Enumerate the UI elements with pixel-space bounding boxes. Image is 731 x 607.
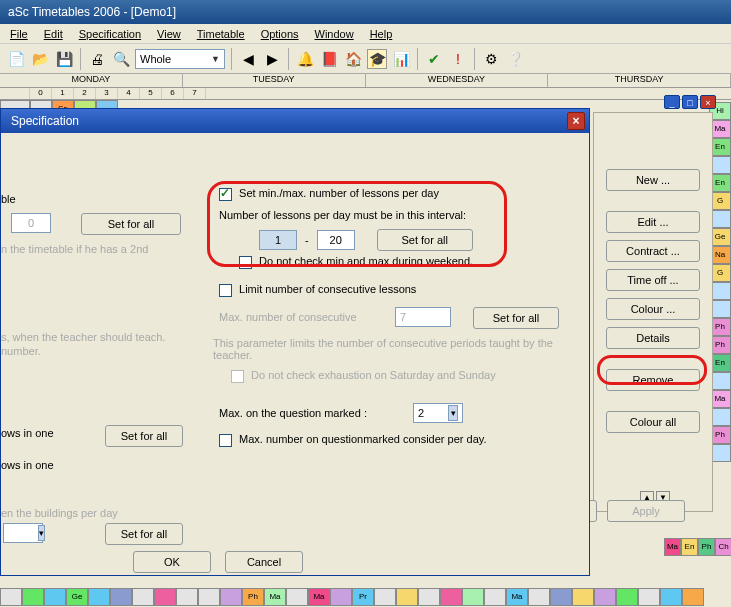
chart-icon[interactable]: 📊 xyxy=(391,49,411,69)
buildings-select[interactable]: ▾ xyxy=(3,523,43,543)
grid-cell[interactable]: Pr xyxy=(352,588,374,606)
grid-cell[interactable]: Ph xyxy=(242,588,264,606)
max-input[interactable]: 20 xyxy=(317,230,355,250)
grid-cell[interactable] xyxy=(616,588,638,606)
gear-icon[interactable]: ⚙ xyxy=(481,49,501,69)
grid-cell[interactable] xyxy=(286,588,308,606)
setforall-button[interactable]: Set for all xyxy=(473,307,559,329)
warn-icon[interactable]: ! xyxy=(448,49,468,69)
print-icon[interactable]: 🖨 xyxy=(87,49,107,69)
day-mon: MONDAY xyxy=(0,74,183,87)
right-button-panel: _ □ × New ... Edit ... Contract ... Time… xyxy=(593,112,713,512)
open-icon[interactable]: 📂 xyxy=(30,49,50,69)
grid-cell[interactable]: En xyxy=(681,538,698,556)
grid-cell[interactable]: Ma xyxy=(264,588,286,606)
menu-options[interactable]: Options xyxy=(261,28,299,40)
grid-cell[interactable] xyxy=(198,588,220,606)
grid-cell[interactable] xyxy=(44,588,66,606)
qm-label: Max. on the question marked : xyxy=(219,407,367,419)
qm-checkbox-row: Max. number on questionmarked consider p… xyxy=(219,433,487,447)
minimize-icon[interactable]: _ xyxy=(664,95,680,109)
maxconsec-input: 7 xyxy=(395,307,451,327)
setforall-button[interactable]: Set for all xyxy=(377,229,473,251)
grid-cell[interactable] xyxy=(440,588,462,606)
grid-cell[interactable] xyxy=(88,588,110,606)
house-icon[interactable]: 🏠 xyxy=(343,49,363,69)
timeoff-button[interactable]: Time off ... xyxy=(606,269,700,291)
colour-button[interactable]: Colour ... xyxy=(606,298,700,320)
close-icon[interactable]: × xyxy=(567,112,585,130)
grid-cell[interactable] xyxy=(594,588,616,606)
grid-cell[interactable] xyxy=(484,588,506,606)
grid-cell[interactable] xyxy=(132,588,154,606)
new-button[interactable]: New ... xyxy=(606,169,700,191)
ok-button[interactable]: OK xyxy=(133,551,211,573)
menu-edit[interactable]: Edit xyxy=(44,28,63,40)
details-button[interactable]: Details xyxy=(606,327,700,349)
day-wed: WEDNESDAY xyxy=(366,74,549,87)
menu-timetable[interactable]: Timetable xyxy=(197,28,245,40)
setforall-button[interactable]: Set for all xyxy=(81,213,181,235)
interval-row: 1 - 20 Set for all xyxy=(259,229,473,251)
grid-cell[interactable] xyxy=(682,588,704,606)
hat-icon[interactable]: 🎓 xyxy=(367,49,387,69)
minmax-checkbox[interactable] xyxy=(219,188,232,201)
close-icon[interactable]: × xyxy=(700,95,716,109)
grid-cell[interactable] xyxy=(330,588,352,606)
grid-cell[interactable]: Ma xyxy=(506,588,528,606)
arrow-right-icon[interactable]: ▶ xyxy=(262,49,282,69)
grid-cell[interactable] xyxy=(374,588,396,606)
edit-button[interactable]: Edit ... xyxy=(606,211,700,233)
colourall-button[interactable]: Colour all xyxy=(606,411,700,433)
grid-cell[interactable] xyxy=(220,588,242,606)
grid-cell[interactable]: Ph xyxy=(698,538,715,556)
grid-cell[interactable] xyxy=(0,588,22,606)
grid-cell[interactable] xyxy=(110,588,132,606)
grid-cell[interactable]: Ma xyxy=(308,588,330,606)
menu-help[interactable]: Help xyxy=(370,28,393,40)
check-icon[interactable]: ✔ xyxy=(424,49,444,69)
grid-cell[interactable] xyxy=(660,588,682,606)
setforall-button[interactable]: Set for all xyxy=(105,425,183,447)
scope-combo[interactable]: Whole ▼ xyxy=(135,49,225,69)
min-input[interactable]: 1 xyxy=(259,230,297,250)
remove-button[interactable]: Remove xyxy=(606,369,700,391)
qm-select[interactable]: 2 ▾ xyxy=(413,403,463,423)
grid-cell[interactable] xyxy=(22,588,44,606)
help-icon[interactable]: ❔ xyxy=(505,49,525,69)
book-icon[interactable]: 📕 xyxy=(319,49,339,69)
menu-view[interactable]: View xyxy=(157,28,181,40)
maximize-icon[interactable]: □ xyxy=(682,95,698,109)
grid-cell[interactable] xyxy=(638,588,660,606)
save-icon[interactable]: 💾 xyxy=(54,49,74,69)
qm-checkbox[interactable] xyxy=(219,434,232,447)
grid-cell[interactable] xyxy=(550,588,572,606)
bell-icon[interactable]: 🔔 xyxy=(295,49,315,69)
new-icon[interactable]: 📄 xyxy=(6,49,26,69)
label-partial: ble xyxy=(1,193,16,205)
grid-cell[interactable]: Ch xyxy=(715,538,731,556)
arrow-left-icon[interactable]: ◀ xyxy=(238,49,258,69)
contract-button[interactable]: Contract ... xyxy=(606,240,700,262)
grid-cell[interactable] xyxy=(154,588,176,606)
grid-cell[interactable] xyxy=(396,588,418,606)
satsun-row: Do not check exhaustion on Saturday and … xyxy=(231,369,496,383)
menu-file[interactable]: File xyxy=(10,28,28,40)
menu-specification[interactable]: Specification xyxy=(79,28,141,40)
grid-cell[interactable] xyxy=(572,588,594,606)
grid-cell[interactable] xyxy=(418,588,440,606)
weekend-checkbox[interactable] xyxy=(239,256,252,269)
cancel-button[interactable]: Cancel xyxy=(225,551,303,573)
interval-label: Number of lessons per day must be in thi… xyxy=(219,209,466,221)
label-partial: ows in one xyxy=(1,427,54,439)
grid-cell[interactable] xyxy=(462,588,484,606)
grid-cell[interactable] xyxy=(176,588,198,606)
consec-checkbox[interactable] xyxy=(219,284,232,297)
grid-cell[interactable] xyxy=(528,588,550,606)
grid-cell[interactable]: Ma xyxy=(664,538,681,556)
grid-cell[interactable]: Ge xyxy=(66,588,88,606)
preview-icon[interactable]: 🔍 xyxy=(111,49,131,69)
dialog-body: ble 0 Set for all n the timetable if he … xyxy=(1,133,589,577)
menu-window[interactable]: Window xyxy=(315,28,354,40)
setforall-button[interactable]: Set for all xyxy=(105,523,183,545)
